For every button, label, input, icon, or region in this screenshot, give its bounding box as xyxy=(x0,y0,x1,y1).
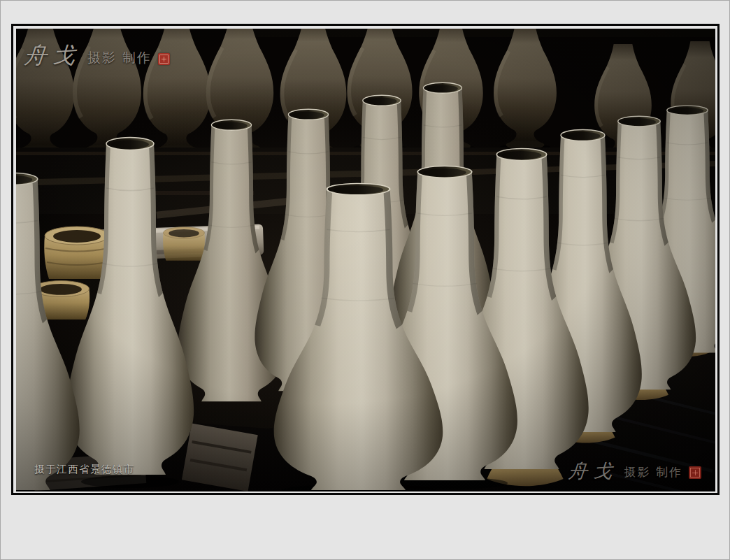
artist-signature: 舟戈 xyxy=(24,44,83,66)
caption-bottom-left: 摄于江西省景德镇市 xyxy=(34,463,135,476)
artist-seal-icon xyxy=(158,53,170,65)
watermark-bottom-right: 舟戈 摄影 制作 xyxy=(568,461,701,480)
pottery-scene xyxy=(16,29,715,491)
artist-seal-icon xyxy=(689,466,701,479)
photo: 舟戈 摄影 制作 摄于江西省景德镇市 舟戈 摄影 制作 xyxy=(16,29,715,491)
vignette-overlay xyxy=(16,29,715,491)
watermark-top-left: 舟戈 摄影 制作 xyxy=(24,44,170,66)
watermark-suffix: 摄影 制作 xyxy=(87,51,152,64)
artist-signature: 舟戈 xyxy=(567,461,619,480)
watermark-suffix: 摄影 制作 xyxy=(624,466,682,478)
framed-photograph: 舟戈 摄影 制作 摄于江西省景德镇市 舟戈 摄影 制作 xyxy=(0,0,730,560)
